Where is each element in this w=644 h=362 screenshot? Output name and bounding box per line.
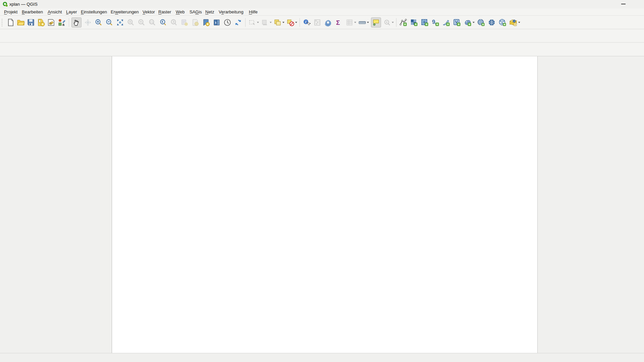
svg-text:a: a bbox=[62, 22, 65, 26]
svg-text:1:1: 1:1 bbox=[150, 21, 153, 23]
svg-text:Σ: Σ bbox=[336, 19, 340, 26]
